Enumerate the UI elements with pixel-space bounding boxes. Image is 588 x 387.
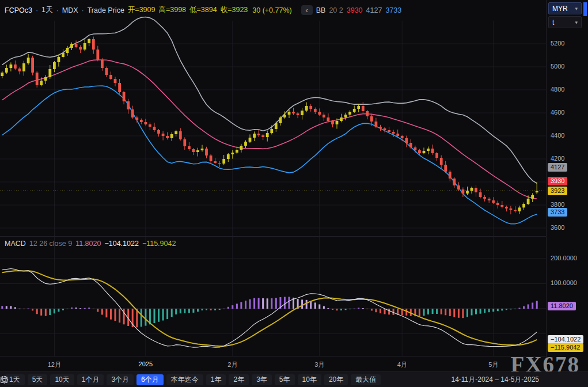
calendar-button[interactable]: [542, 378, 547, 381]
price-tick-label: 4800: [551, 86, 564, 93]
time-axis-label: 4月: [397, 361, 407, 369]
macd-hist-value: 11.8020: [75, 240, 101, 248]
macd-indicator-label[interactable]: MACD: [5, 240, 26, 248]
macd-signal-value: −115.9042: [142, 240, 176, 248]
open-value: 开=3909: [128, 5, 155, 15]
separator-dot: ·: [36, 6, 38, 14]
macd-signal-tag: −115.9042: [548, 343, 583, 352]
bb-basis-value: 3930: [347, 6, 363, 14]
bb-lower-price-tag: 3733: [548, 208, 567, 217]
price-tick-label: 5200: [551, 40, 564, 47]
separator-dot: ·: [82, 6, 84, 14]
symbol-name[interactable]: FCPOc3: [5, 6, 32, 14]
bottom-toolbar: 1天5天10天1个月3个月6个月本年迄今1年2年3年5年10年20年最大值 14…: [0, 371, 588, 387]
price-tick-label: 3800: [551, 201, 564, 208]
time-axis-label: 5月: [488, 361, 498, 369]
settings-gear-button[interactable]: [384, 378, 388, 381]
range-button-13[interactable]: 20年: [324, 374, 348, 385]
currency-label: MYR: [552, 5, 568, 13]
low-value: 低=3894: [189, 5, 217, 15]
time-axis-label: 3月: [314, 361, 324, 369]
range-button-11[interactable]: 5年: [275, 374, 295, 385]
bb-indicator-label[interactable]: BB: [316, 6, 326, 14]
range-button-9[interactable]: 2年: [229, 374, 249, 385]
macd-hist-tag: 11.8020: [548, 302, 576, 310]
series-type-label: Trade Price: [88, 6, 124, 14]
chevron-down-icon: ▾: [575, 20, 578, 25]
price-tick-label: 4400: [551, 132, 564, 139]
time-axis-label: 2月: [227, 361, 237, 369]
main-chart[interactable]: [0, 0, 546, 236]
price-tick-label: 5000: [551, 63, 564, 70]
last-price-tag: 3923: [548, 187, 567, 195]
exchange-label: MDX: [62, 6, 78, 14]
range-button-7[interactable]: 本年迄今: [166, 374, 203, 385]
unit-label: t: [552, 18, 554, 26]
scrollbar-thumb[interactable]: [583, 2, 587, 16]
range-button-4[interactable]: 1个月: [77, 374, 104, 385]
time-axis-label: 12月: [48, 361, 61, 369]
range-button-12[interactable]: 10年: [298, 374, 321, 385]
macd-line-value: −104.1022: [104, 240, 138, 248]
bb-params: 20 2: [329, 6, 343, 14]
unit-select[interactable]: t ▾: [548, 16, 582, 28]
macd-line-tag: −104.1022: [548, 335, 583, 344]
macd-chart[interactable]: [0, 236, 546, 356]
pane-divider[interactable]: [0, 236, 588, 237]
range-button-14[interactable]: 最大值: [351, 374, 381, 385]
collapse-indicators-button[interactable]: ‹: [301, 5, 313, 15]
interval-label[interactable]: 1天: [41, 5, 52, 15]
bb-upper-value: 4127: [366, 6, 382, 14]
range-buttons: 1天5天10天1个月3个月6个月本年迄今1年2年3年5年10年20年最大值: [5, 374, 381, 385]
calendar-icon: [0, 375, 8, 384]
range-button-8[interactable]: 1年: [206, 374, 226, 385]
change-value: 30 (+0.77%): [252, 6, 291, 14]
bb-lower-value: 3733: [385, 6, 401, 14]
high-value: 高=3998: [158, 5, 186, 15]
trading-terminal: FCPOc3 · 1天 · MDX · Trade Price 开=3909 高…: [0, 0, 588, 387]
price-axis[interactable]: 520050004800460044004200400038003600200.…: [546, 0, 588, 371]
price-tick-label: 3600: [551, 224, 564, 231]
chevron-down-icon: ▾: [575, 6, 578, 12]
range-button-2[interactable]: 5天: [28, 374, 48, 385]
macd-legend: MACD 12 26 close 9 11.8020 −104.1022 −11…: [5, 240, 176, 248]
currency-select[interactable]: MYR ▾: [548, 2, 582, 14]
close-value: 收=3923: [221, 5, 248, 15]
chart-legend: FCPOc3 · 1天 · MDX · Trade Price 开=3909 高…: [5, 5, 401, 15]
time-axis-label: 2025: [139, 361, 153, 367]
range-button-6[interactable]: 6个月: [136, 374, 164, 385]
bb-upper-price-tag: 4127: [548, 163, 567, 172]
range-button-10[interactable]: 3年: [252, 374, 272, 385]
range-button-5[interactable]: 3个月: [107, 374, 134, 385]
date-range-button[interactable]: 14-11月-2024 – 14-5月-2025: [451, 375, 539, 385]
range-button-3[interactable]: 10天: [50, 374, 74, 385]
separator-dot: ·: [56, 6, 59, 14]
time-axis[interactable]: 12月20252月3月4月5月: [0, 356, 546, 372]
macd-tick-label: 100.0000: [551, 279, 577, 286]
macd-tick-label: 200.0000: [551, 255, 577, 261]
macd-params: 12 26 close 9: [29, 240, 72, 248]
price-tick-label: 4200: [551, 155, 564, 162]
bb-basis-price-tag: 3930: [548, 177, 567, 185]
price-tick-label: 4600: [551, 109, 564, 116]
